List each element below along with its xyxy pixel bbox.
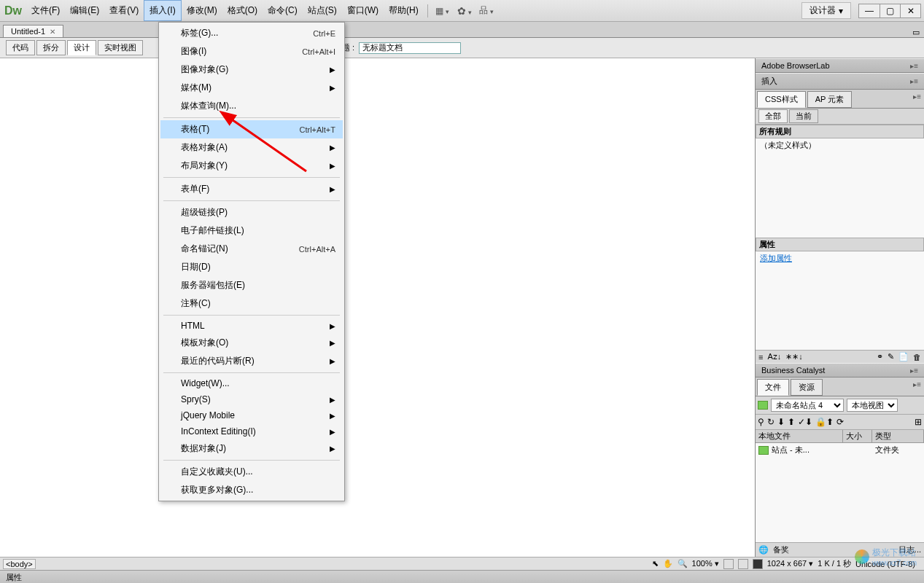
menu-item[interactable]: 媒体查询(M)... [160, 97, 343, 115]
menu-item[interactable]: jQuery Mobile▶ [160, 407, 343, 423]
menu-修改[interactable]: 修改(M) [182, 0, 222, 21]
menu-item[interactable]: 数据对象(J)▶ [160, 439, 343, 458]
tab-ap-elements[interactable]: AP 元素 [807, 91, 853, 108]
az-icon[interactable]: Aᴢ↓ [767, 352, 781, 361]
tablet-icon[interactable] [738, 559, 748, 569]
tab-resources[interactable]: 资源 [791, 379, 823, 396]
checkin-icon[interactable]: 🔒⬆ [815, 417, 834, 427]
layout-icon[interactable]: ▦ [435, 4, 450, 18]
view-btn-1[interactable]: 拆分 [36, 40, 66, 55]
menu-窗口[interactable]: 窗口(W) [342, 0, 384, 21]
view-btn-0[interactable]: 代码 [6, 40, 35, 55]
panel-menu-icon[interactable]: ▸≡ [910, 377, 924, 396]
expand-icon[interactable]: ⊞ [915, 417, 922, 427]
desktop-icon[interactable] [753, 559, 763, 569]
menu-命令[interactable]: 命令(C) [263, 0, 303, 21]
panel-browserlab-head[interactable]: Adobe BrowserLab ▸≡ [756, 58, 924, 73]
col-type[interactable]: 类型 [872, 430, 924, 442]
panel-menu-icon[interactable]: ▸≡ [910, 62, 918, 70]
menu-文件[interactable]: 文件(F) [26, 0, 65, 21]
menu-编辑[interactable]: 编辑(E) [65, 0, 104, 21]
new-rule-icon[interactable]: ✎ [888, 352, 894, 361]
menu-item[interactable]: 表格(T)Ctrl+Alt+T [160, 120, 343, 138]
zoom-icon[interactable]: 🔍 [678, 559, 688, 568]
menu-item[interactable]: 注释(C) [160, 294, 343, 313]
menu-item[interactable]: 日期(D) [160, 258, 343, 276]
files-tree[interactable]: 站点 - 未... 文件夹 [756, 443, 924, 542]
gear-icon[interactable]: ✿ [457, 4, 472, 18]
menu-item[interactable]: 表格对象(A)▶ [160, 138, 343, 157]
menu-item[interactable]: HTML▶ [160, 318, 343, 334]
menu-item[interactable]: 媒体(M)▶ [160, 79, 343, 97]
put-icon[interactable]: ⬆ [788, 417, 795, 427]
add-property-link[interactable]: 添加属性 [756, 251, 924, 265]
menu-item[interactable]: 超级链接(P) [160, 203, 343, 222]
tab-files[interactable]: 文件 [757, 379, 789, 396]
zoom-value[interactable]: 100% ▾ [692, 559, 719, 568]
menu-item[interactable]: 服务器端包括(E) [160, 276, 343, 294]
category-icon[interactable]: ≡ [758, 353, 763, 361]
subtab-all[interactable]: 全部 [758, 109, 788, 123]
menu-站点[interactable]: 站点(S) [303, 0, 342, 21]
menu-item[interactable]: 表单(F)▶ [160, 180, 343, 198]
dimensions-text[interactable]: 1024 x 667 ▾ [767, 559, 814, 568]
close-icon[interactable]: ✕ [50, 28, 55, 36]
tab-css-styles[interactable]: CSS样式 [757, 91, 806, 108]
menu-item[interactable]: 布局对象(Y)▶ [160, 157, 343, 175]
set-icon[interactable]: ∗∗↓ [785, 352, 803, 361]
minimize-button[interactable]: — [859, 4, 880, 17]
menu-item[interactable]: Spry(S)▶ [160, 391, 343, 407]
trash-icon[interactable]: 🗑 [913, 353, 921, 361]
menu-item[interactable]: InContext Editing(I)▶ [160, 423, 343, 439]
menu-item[interactable]: 命名锚记(N)Ctrl+Alt+A [160, 240, 343, 258]
menu-查看[interactable]: 查看(V) [104, 0, 144, 21]
restore-icon[interactable]: ▭ [912, 28, 920, 37]
menu-item[interactable]: 模板对象(O)▶ [160, 334, 343, 352]
menu-item[interactable]: 图像(I)Ctrl+Alt+I [160, 42, 343, 60]
phone-icon[interactable] [723, 559, 734, 569]
menu-插入[interactable]: 插入(I) [144, 0, 181, 21]
menu-item[interactable]: 标签(G)...Ctrl+E [160, 24, 343, 42]
document-title-input[interactable] [359, 42, 461, 54]
view-btn-2[interactable]: 设计 [67, 40, 96, 55]
link-icon[interactable]: ⚭ [877, 352, 883, 361]
menu-item[interactable]: Widget(W)... [160, 375, 343, 391]
menu-item[interactable]: 自定义收藏夹(U)... [160, 463, 343, 481]
panel-menu-icon[interactable]: ▸≡ [910, 90, 924, 108]
connect-icon[interactable]: ⚲ [758, 417, 764, 427]
submenu-arrow-icon: ▶ [330, 144, 335, 152]
menu-item[interactable]: 图像对象(G)▶ [160, 60, 343, 79]
menu-帮助[interactable]: 帮助(H) [384, 0, 424, 21]
menu-item[interactable]: 最近的代码片断(R)▶ [160, 352, 343, 370]
maximize-button[interactable]: ▢ [880, 4, 900, 17]
col-localfile[interactable]: 本地文件 [756, 430, 843, 442]
panel-insert-head[interactable]: 插入 ▸≡ [756, 73, 924, 90]
view-btn-3[interactable]: 实时视图 [98, 40, 143, 55]
checkout-icon[interactable]: ✓⬇ [798, 417, 812, 427]
file-root-row[interactable]: 站点 - 未... 文件夹 [756, 443, 924, 457]
panel-menu-icon[interactable]: ▸≡ [910, 77, 918, 85]
workspace-switcher[interactable]: 设计器 ▾ [801, 2, 851, 19]
network-icon[interactable]: 品 [479, 4, 494, 18]
properties-header[interactable]: 属性 [0, 570, 924, 584]
menu-格式[interactable]: 格式(O) [222, 0, 263, 21]
document-tab[interactable]: Untitled-1 ✕ [3, 25, 63, 37]
refresh-icon[interactable]: ↻ [767, 417, 774, 427]
panel-menu-icon[interactable]: ▸≡ [910, 367, 918, 375]
pointer-icon[interactable]: ⬉ [652, 559, 659, 568]
site-select[interactable]: 未命名站点 4 [771, 399, 844, 412]
menu-item[interactable]: 电子邮件链接(L) [160, 222, 343, 240]
col-size[interactable]: 大小 [843, 430, 872, 442]
design-canvas[interactable] [0, 58, 755, 557]
globe-icon[interactable]: 🌐 [758, 545, 769, 555]
hand-icon[interactable]: ✋ [663, 559, 673, 568]
sync-icon[interactable]: ⟳ [836, 417, 844, 427]
close-button[interactable]: ✕ [900, 4, 920, 17]
subtab-current[interactable]: 当前 [789, 109, 818, 123]
panel-bizcatalyst-head[interactable]: Business Catalyst ▸≡ [756, 363, 924, 377]
get-icon[interactable]: ⬇ [777, 417, 785, 427]
path-tag-body[interactable]: <body> [3, 559, 36, 569]
new-style-icon[interactable]: 📄 [898, 352, 909, 361]
menu-item[interactable]: 获取更多对象(G)... [160, 481, 343, 499]
view-select[interactable]: 本地视图 [847, 399, 898, 412]
